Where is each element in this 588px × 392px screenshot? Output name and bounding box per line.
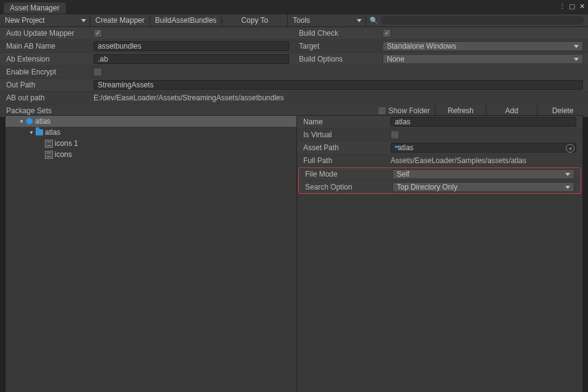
show-folder-label: Show Folder [389,106,430,115]
target-label: Target [294,42,383,50]
highlighted-group: File Mode Self Search Option Top Directo… [298,167,581,194]
package-icon [25,118,33,126]
build-opts-label: Build Options [294,55,383,63]
tree-item[interactable]: ▼atlas [6,127,296,138]
main-ab-input[interactable] [93,41,289,51]
full-path-value: Assets/EaseLoader/Samples/assets/atlas [391,156,526,165]
target-dropdown[interactable]: Standalone Windows [383,41,583,51]
auto-update-label: Auto Update Mapper [0,29,93,38]
ab-ext-label: Ab Extension [0,55,93,63]
split-panes: ▼atlas▼atlasicons 1icons Name Is Virtual… [5,115,583,392]
package-sets-label: Package Sets [6,106,52,115]
object-picker-icon[interactable] [566,144,574,153]
tree-pane: ▼atlas▼atlasicons 1icons [6,116,297,392]
tree-item[interactable]: ▼atlas [6,116,296,127]
foldout-icon[interactable]: ▼ [18,119,25,124]
search-input[interactable] [381,16,584,25]
auto-update-checkbox[interactable]: ✓ [93,29,102,38]
asset-icon [45,140,53,148]
build-bundles-button[interactable]: BuildAssetBundles [150,14,222,26]
tree-item-label: atlas [35,117,50,126]
window-controls: ⋮ ▢ ✕ [558,2,586,10]
project-dropdown[interactable]: New Project [0,14,90,26]
tree-item-label: icons 1 [55,139,78,148]
build-check-label: Build Check [294,29,383,38]
tab-label: Asset Manager [10,3,60,13]
file-mode-dropdown[interactable]: Self [392,169,574,179]
is-virtual-checkbox[interactable] [391,130,399,139]
asset-path-field[interactable]: atlas [391,143,576,153]
ab-out-label: AB out path [0,94,93,102]
folder-icon [35,129,43,137]
toolbar: New Project Create Mapper BuildAssetBund… [0,14,588,26]
tree-item-label: atlas [45,128,60,137]
tree: ▼atlas▼atlasicons 1icons [6,116,296,160]
ab-out-value: E:/dev/EaseLoader/Assets/StreamingAssets… [93,94,583,102]
search-icon: 🔍 [370,17,378,25]
copy-to-button[interactable]: Copy To [222,14,288,26]
enable-encrypt-label: Enable Encrypt [0,68,93,76]
full-path-label: Full Path [297,156,391,165]
out-path-label: Out Path [0,81,93,89]
build-opts-dropdown[interactable]: None [383,54,583,64]
is-virtual-label: Is Virtual [297,130,391,139]
menu-icon[interactable]: ⋮ [558,2,566,10]
out-path-input[interactable] [93,80,583,90]
asset-icon [45,151,53,159]
create-mapper-button[interactable]: Create Mapper [90,14,150,26]
main-ab-label: Main AB Name [0,42,93,50]
tab-bar: Asset Manager ⋮ ▢ ✕ [0,0,588,14]
settings-panel: Auto Update Mapper ✓ Build Check ✓ Main … [0,26,588,118]
file-mode-label: File Mode [299,170,392,178]
maximize-icon[interactable]: ▢ [568,2,576,10]
tree-item[interactable]: icons 1 [6,138,296,149]
close-icon[interactable]: ✕ [578,2,586,10]
show-folder-checkbox[interactable] [378,106,386,115]
ab-ext-input[interactable] [93,54,289,64]
enable-encrypt-checkbox[interactable] [93,68,102,76]
name-label: Name [297,118,391,126]
tree-item[interactable]: icons [6,149,296,160]
search-field[interactable]: 🔍 [366,14,588,26]
asset-path-value: atlas [398,143,413,152]
show-folder-toggle[interactable]: Show Folder [378,106,430,115]
inspector-pane: Name Is Virtual Asset Path atlas Full Pa… [297,116,582,392]
name-input[interactable] [391,117,576,127]
foldout-icon[interactable]: ▼ [28,130,35,135]
build-check-checkbox[interactable]: ✓ [383,29,391,38]
asset-path-label: Asset Path [297,143,391,152]
tree-item-label: icons [55,150,72,159]
project-label: New Project [5,16,45,25]
tools-dropdown[interactable]: Tools [288,14,366,26]
search-option-dropdown[interactable]: Top Directory Only [392,182,574,192]
search-option-label: Search Option [299,183,392,191]
tab-asset-manager[interactable]: Asset Manager [4,2,66,14]
